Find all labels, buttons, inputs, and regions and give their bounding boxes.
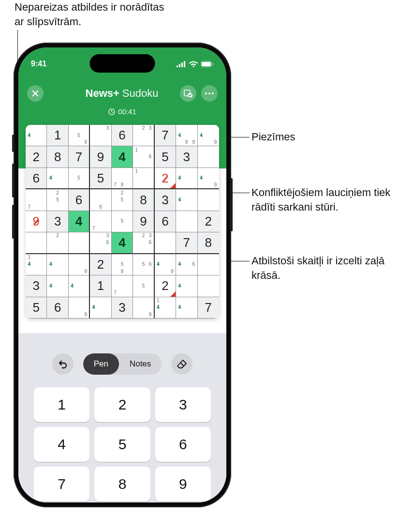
keypad-3[interactable]: 3 (155, 387, 211, 422)
sudoku-cell[interactable]: 2 (90, 254, 111, 275)
sudoku-cell[interactable]: 5 (90, 168, 111, 189)
sudoku-cell[interactable]: 8 (47, 146, 68, 167)
sudoku-cell[interactable] (198, 189, 219, 211)
sudoku-cell[interactable]: 14 (26, 254, 47, 275)
undo-button[interactable] (52, 353, 74, 375)
sudoku-cell[interactable]: 4 (176, 189, 197, 211)
sudoku-cell[interactable]: 2 (155, 275, 176, 297)
sudoku-cell[interactable]: 7 (90, 211, 111, 232)
sudoku-cell[interactable]: 1 (47, 125, 68, 146)
sudoku-cell[interactable]: 3 (47, 211, 68, 232)
sudoku-cell[interactable]: 4 (47, 275, 68, 297)
pen-notes-toggle[interactable]: Pen Notes (83, 353, 162, 375)
notes-segment[interactable]: Notes (119, 353, 162, 375)
sudoku-cell[interactable] (198, 254, 219, 275)
sudoku-cell[interactable]: 8 (198, 232, 219, 254)
sudoku-cell[interactable]: 4 (176, 297, 197, 319)
sudoku-cell[interactable]: 5 (133, 275, 154, 297)
eraser-button[interactable] (171, 353, 192, 375)
keypad-8[interactable]: 8 (94, 467, 150, 502)
sudoku-cell[interactable]: 6 (47, 297, 68, 319)
sudoku-cell[interactable]: 9 (133, 211, 154, 232)
sudoku-cell[interactable]: 14 (155, 297, 176, 319)
sudoku-cell[interactable]: 49 (155, 254, 176, 275)
sudoku-cell[interactable]: 56 (133, 254, 154, 275)
sudoku-cell[interactable]: 7 (176, 232, 197, 254)
sudoku-cell[interactable]: 4 (69, 275, 90, 297)
keypad-7[interactable]: 7 (34, 467, 89, 502)
close-button[interactable] (27, 85, 44, 102)
sudoku-cell[interactable]: 4 (47, 168, 68, 189)
sudoku-cell[interactable]: 5 (26, 297, 47, 319)
sudoku-cell[interactable]: 4 (176, 168, 197, 189)
more-button[interactable] (201, 85, 218, 102)
sudoku-cell[interactable]: 46 (176, 254, 197, 275)
sudoku-cell[interactable]: 1 (90, 275, 111, 297)
sudoku-cell[interactable]: 4 (69, 211, 90, 232)
sudoku-cell[interactable]: 3 (112, 297, 133, 319)
sudoku-cell[interactable] (69, 232, 90, 254)
sudoku-cell[interactable]: 4 (90, 297, 111, 319)
sudoku-cell[interactable]: 6 (112, 125, 133, 146)
sudoku-cell[interactable]: 5 (112, 211, 133, 232)
sudoku-cell[interactable]: 7 (155, 125, 176, 146)
sudoku-cell[interactable]: 25 (112, 189, 133, 211)
sudoku-cell[interactable]: 9 (26, 211, 47, 232)
keypad-5[interactable]: 5 (94, 427, 150, 462)
pen-segment[interactable]: Pen (83, 353, 119, 375)
sudoku-cell[interactable]: 7 (26, 189, 47, 211)
sudoku-cell[interactable]: 16 (133, 146, 154, 167)
sudoku-cell[interactable]: 3 (90, 125, 111, 146)
keypad-9[interactable]: 9 (155, 467, 211, 502)
sudoku-cell[interactable]: 49 (198, 125, 219, 146)
sudoku-cell[interactable]: 49 (198, 168, 219, 189)
sudoku-cell[interactable]: 3 (155, 189, 176, 211)
sudoku-cell[interactable]: 5 (155, 146, 176, 167)
sudoku-cell[interactable]: 36 (90, 232, 111, 254)
sudoku-cell[interactable]: 6 (26, 168, 47, 189)
sudoku-cell[interactable]: 78 (112, 168, 133, 189)
sudoku-cell[interactable]: 25 (47, 189, 68, 211)
sudoku-cell[interactable]: 2 (26, 146, 47, 167)
sudoku-cell[interactable]: 3 (26, 275, 47, 297)
sudoku-cell[interactable]: 236 (133, 232, 154, 254)
sudoku-board[interactable]: 4159362374894928794165364557812449725682… (26, 125, 219, 319)
sudoku-cell[interactable]: 5 (69, 168, 90, 189)
cell-value: 7 (162, 128, 168, 143)
sudoku-cell[interactable]: 4 (47, 254, 68, 275)
sudoku-cell[interactable]: 489 (176, 125, 197, 146)
sudoku-cell[interactable]: 6 (155, 211, 176, 232)
sudoku-cell[interactable]: 7 (198, 297, 219, 319)
sudoku-cell[interactable]: 3 (176, 146, 197, 167)
keypad-6[interactable]: 6 (155, 427, 211, 462)
sudoku-cell[interactable]: 4 (26, 125, 47, 146)
sudoku-cell[interactable] (198, 146, 219, 167)
sudoku-cell[interactable]: 6 (69, 189, 90, 211)
sudoku-cell[interactable]: 2 (155, 168, 176, 189)
sudoku-cell[interactable]: 1 (133, 168, 154, 189)
sudoku-cell[interactable] (26, 232, 47, 254)
sudoku-cell[interactable] (155, 232, 176, 254)
keypad-2[interactable]: 2 (94, 387, 150, 422)
sudoku-cell[interactable]: 9 (133, 297, 154, 319)
keypad-1[interactable]: 1 (34, 387, 89, 422)
sudoku-cell[interactable]: 9 (90, 146, 111, 167)
sudoku-cell[interactable]: 8 (133, 189, 154, 211)
sudoku-cell[interactable]: 4 (112, 232, 133, 254)
sudoku-cell[interactable]: 58 (112, 254, 133, 275)
sudoku-cell[interactable]: 2 (198, 211, 219, 232)
sudoku-cell[interactable]: 4 (112, 146, 133, 167)
check-button[interactable] (180, 85, 196, 102)
keypad-4[interactable]: 4 (34, 427, 89, 462)
sudoku-cell[interactable]: 9 (69, 254, 90, 275)
sudoku-cell[interactable] (198, 275, 219, 297)
sudoku-cell[interactable]: 23 (133, 125, 154, 146)
sudoku-cell[interactable]: 4 (176, 275, 197, 297)
sudoku-cell[interactable]: 2 (47, 232, 68, 254)
sudoku-cell[interactable] (176, 211, 197, 232)
sudoku-cell[interactable]: 7 (112, 275, 133, 297)
sudoku-cell[interactable]: 9 (69, 297, 90, 319)
sudoku-cell[interactable]: 7 (69, 146, 90, 167)
sudoku-cell[interactable]: 59 (69, 125, 90, 146)
sudoku-cell[interactable]: 8 (90, 189, 111, 211)
